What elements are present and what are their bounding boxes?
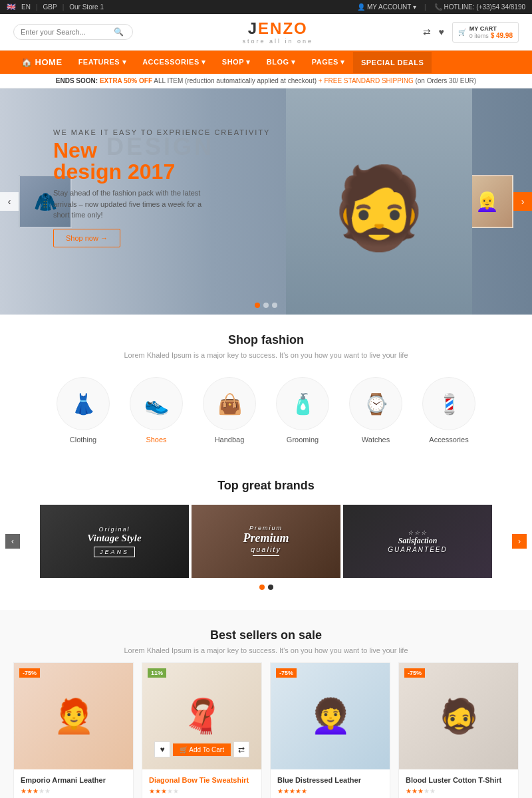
handbag-icon: 👜 — [203, 377, 256, 430]
hero-description: Stay ahead of the fashion pack with the … — [53, 188, 213, 221]
category-grooming[interactable]: 🧴 Grooming — [276, 377, 329, 444]
top-bar-right: 👤 MY ACCOUNT ▾ | 📞 HOTLINE: (+33)54 34/8… — [357, 3, 525, 11]
flag-icon: 🇬🇧 — [7, 3, 16, 11]
nav-features[interactable]: FEATURES ▾ — [70, 51, 135, 73]
hero-shop-now-button[interactable]: Shop now → — [53, 229, 120, 247]
logo-sub: store all in one — [242, 38, 313, 45]
products-grid: 🧑‍🦰 -75% Emporio Armani Leather ★★★★★ £6… — [0, 662, 532, 798]
category-shoes-label: Shoes — [146, 436, 166, 444]
product-name-3: Blue Distressed Leather — [277, 776, 383, 784]
brands-section: Top great brands ‹ Original Vintage Styl… — [0, 460, 532, 610]
shuffle-icon[interactable]: ⇄ — [423, 27, 431, 37]
brands-prev-button[interactable]: ‹ — [5, 534, 20, 549]
nav-accessories[interactable]: ACCESSORIES ▾ — [134, 51, 214, 73]
hero-slider: ‹ 🧥 WE MAKE IT EASY TO EXPRIENCE CREATIV… — [0, 88, 532, 315]
hero-dots — [255, 303, 277, 308]
brand-card-satisfaction[interactable]: ☆☆☆ Satisfaction GUARANTEED — [343, 505, 492, 578]
product-name-4: Blood Luster Cotton T-Shirt — [406, 776, 511, 784]
banner-free: + FREE STANDARD SHIPPING — [319, 77, 414, 84]
product-image-1: 🧑‍🦰 — [14, 663, 133, 769]
nav-blog[interactable]: BLOG ▾ — [259, 51, 304, 73]
product-badge-2: 11% — [148, 668, 166, 678]
brand-card-premium[interactable]: Premium Premium quality — [192, 505, 340, 578]
bestsellers-title: Best sellers on sale — [13, 628, 519, 642]
product-image-3: 👩‍🦱 — [271, 663, 390, 769]
hero-dot-3[interactable] — [272, 303, 277, 308]
product-card-2: 🧣 11% ♥ 🛒 Add To Cart ⇄ Diagonal Bow Tie… — [142, 662, 262, 798]
shop-fashion-header: Shop fashion Lorem Khaled Ipsum is a maj… — [0, 315, 532, 367]
currency-selector[interactable]: GBP — [43, 3, 57, 11]
hero-prev-button[interactable]: ‹ — [0, 192, 19, 211]
product-image-4: 🧔 — [399, 663, 518, 769]
shoes-icon: 👟 — [130, 377, 183, 430]
brand-dot-1[interactable] — [259, 585, 265, 590]
product-badge-3: -75% — [276, 668, 297, 678]
top-bar: 🇬🇧 EN | GBP | Our Store 1 👤 MY ACCOUNT ▾… — [0, 0, 532, 14]
hero-next-button[interactable]: › — [513, 192, 532, 211]
cart-icon: 🛒 — [458, 29, 466, 36]
product-info-2: Diagonal Bow Tie Sweatshirt ★★★★★ £269.8… — [142, 769, 261, 798]
category-watches[interactable]: ⌚ Watches — [349, 377, 402, 444]
nav-shop[interactable]: SHOP ▾ — [214, 51, 259, 73]
add-to-cart-2[interactable]: 🛒 Add To Cart — [173, 743, 231, 756]
hero-title-design: design 2017 — [53, 161, 270, 182]
product-stars-1: ★★★★★ — [21, 787, 126, 795]
nav-pages[interactable]: PAGES ▾ — [304, 51, 353, 73]
category-accessories[interactable]: 💈 Accessories — [422, 377, 475, 444]
accessories-icon: 💈 — [422, 377, 475, 430]
product-overlay-2: ♥ 🛒 Add To Cart ⇄ — [142, 739, 261, 760]
search-box[interactable]: 🔍 — [13, 24, 133, 40]
lang-selector[interactable]: EN — [21, 3, 31, 11]
shop-fashion-title: Shop fashion — [13, 333, 519, 347]
hero-content: WE MAKE IT EASY TO EXPRIENCE CREATIVITY … — [53, 128, 270, 247]
wishlist-btn-2[interactable]: ♥ — [154, 741, 170, 757]
category-shoes[interactable]: 👟 Shoes — [130, 377, 183, 444]
brand-dot-2[interactable] — [268, 585, 273, 590]
product-badge-1: -75% — [19, 668, 40, 678]
product-info-4: Blood Luster Cotton T-Shirt ★★★★★ £69.86… — [399, 769, 518, 798]
brands-slider: Original Vintage Style JEANS Premium Pre… — [20, 505, 512, 578]
search-input[interactable] — [21, 28, 114, 36]
category-accessories-label: Accessories — [429, 436, 468, 444]
search-icon[interactable]: 🔍 — [114, 27, 124, 37]
brand-text-premium: Premium Premium quality — [192, 505, 340, 578]
account-link[interactable]: 👤 MY ACCOUNT ▾ — [357, 3, 416, 11]
grooming-icon: 🧴 — [276, 377, 329, 430]
nav-special-deals[interactable]: SPECIAL DEALS — [353, 52, 432, 73]
bestsellers-desc: Lorem Khaled Ipsum is a major key to suc… — [13, 646, 519, 654]
compare-btn-2[interactable]: ⇄ — [233, 741, 249, 757]
banner-ends: ENDS SOON: — [56, 77, 98, 84]
brands-header: Top great brands — [0, 460, 532, 505]
product-name-1: Emporio Armani Leather — [21, 776, 126, 784]
hero-title-new: New — [53, 140, 270, 161]
brand-card-vintage[interactable]: Original Vintage Style JEANS — [40, 505, 189, 578]
wishlist-icon[interactable]: ♥ — [439, 27, 444, 37]
nav-home[interactable]: 🏠 HOME — [13, 51, 70, 74]
brand-dots — [0, 578, 532, 597]
category-handbag[interactable]: 👜 Handbag — [203, 377, 256, 444]
product-info-1: Emporio Armani Leather ★★★★★ £69.86 £49.… — [14, 769, 133, 798]
brands-next-button[interactable]: › — [512, 534, 527, 549]
hero-model-figure: 🧔 — [329, 162, 429, 255]
hero-dot-1[interactable] — [255, 303, 260, 308]
logo[interactable]: JENZO — [242, 19, 313, 38]
product-stars-2: ★★★★★ — [149, 787, 255, 795]
hero-dot-2[interactable] — [263, 303, 269, 308]
store-selector[interactable]: Our Store 1 — [69, 3, 104, 11]
hotline-info: 📞 HOTLINE: (+33)54 34/8190 — [434, 3, 525, 11]
cart-button[interactable]: 🛒 MY CART 0 items $ 49.98 — [452, 22, 519, 43]
banner-off: EXTRA 50% OFF — [100, 77, 152, 84]
product-stars-4: ★★★★★ — [406, 787, 511, 795]
watches-icon: ⌚ — [349, 377, 402, 430]
product-name-2: Diagonal Bow Tie Sweatshirt — [149, 776, 255, 784]
product-card-3: 👩‍🦱 -75% Blue Distressed Leather ★★★★★ £… — [270, 662, 390, 798]
category-handbag-label: Handbag — [215, 436, 245, 444]
category-clothing[interactable]: 👗 Clothing — [57, 377, 110, 444]
header-icons: ⇄ ♥ 🛒 MY CART 0 items $ 49.98 — [423, 22, 519, 43]
category-clothing-label: Clothing — [70, 436, 96, 444]
header: 🔍 JENZO store all in one ⇄ ♥ 🛒 MY CART 0… — [0, 14, 532, 51]
brand-text-satisfaction: ☆☆☆ Satisfaction GUARANTEED — [343, 505, 492, 578]
bestsellers-header: Best sellers on sale Lorem Khaled Ipsum … — [0, 610, 532, 662]
promo-banner: ENDS SOON: EXTRA 50% OFF ALL ITEM (reduc… — [0, 74, 532, 88]
brand-text-vintage: Original Vintage Style JEANS — [40, 505, 189, 578]
